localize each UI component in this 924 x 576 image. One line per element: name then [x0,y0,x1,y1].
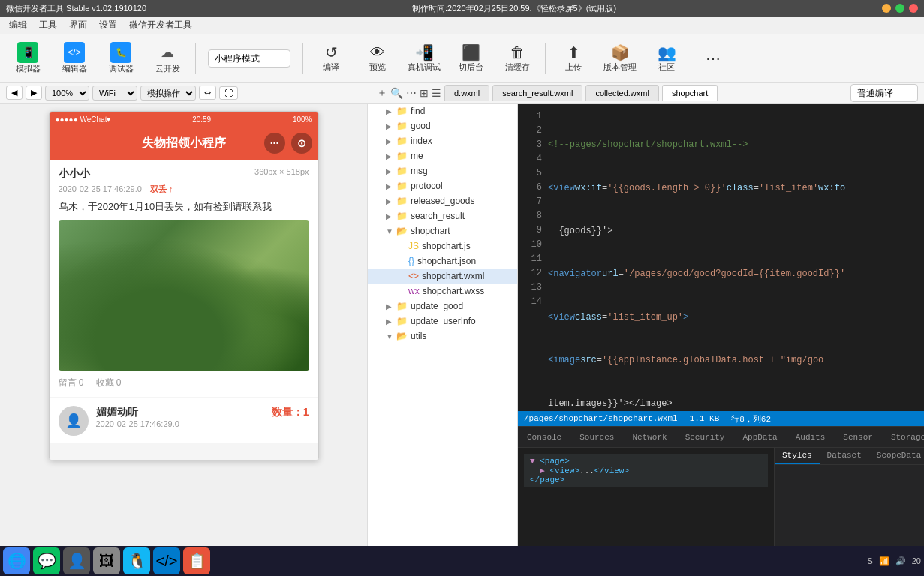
br-tab-styles[interactable]: Styles [775,448,820,464]
taskbar-right: S 📶 🔊 20 [867,556,921,566]
close-button[interactable] [909,4,918,13]
taskbar-code[interactable]: </> [153,548,180,574]
minimize-button[interactable] [882,4,891,13]
br-tab-scopedata[interactable]: ScopeData [869,448,924,464]
editor-area: ▶ 📁 find ▶ 📁 good ▶ 📁 index [368,104,924,576]
ops-select[interactable]: 模拟操作 [140,86,196,100]
tab-d-wxml[interactable]: d.wxml [444,85,489,101]
tree-item-shopchart[interactable]: ▼ 📂 shopchart [368,224,517,238]
clean-button[interactable]: 🗑 清缓存 [495,38,539,80]
toolbar2-right: ＋ 🔍 ⋯ ⊞ ☰ d.wxml search_result.wxml coll… [377,85,841,101]
zoom-select[interactable]: 100% [45,86,89,100]
tree-released-goods-label: released_goods [411,196,474,206]
debug-button[interactable]: 🐛 调试器 [99,38,143,80]
menu-settings[interactable]: 设置 [93,17,123,33]
app-title: 微信开发者工具 Stable v1.02.1910120 [6,3,146,14]
tree-item-shopchart-json[interactable]: {} shopchart.json [368,254,517,268]
tree-item-shopchart-wxml[interactable]: <> shopchart.wxml [368,268,517,284]
tree-item-me[interactable]: ▶ 📁 me [368,148,517,164]
backend-icon: ⬛ [462,44,480,62]
tree-protocol-label: protocol [411,181,443,191]
maximize-button[interactable] [895,4,904,13]
tree-item-find[interactable]: ▶ 📁 find [368,104,517,118]
add-file-icon[interactable]: ＋ [377,86,387,100]
taskbar-qq[interactable]: 🐧 [123,548,150,574]
toolbar-sep3 [545,44,546,74]
tab-appdata[interactable]: AppData [733,427,786,447]
code-line-7: item.images}}'></image> [548,397,918,411]
folder-me-icon: 📁 [396,151,408,161]
tree-item-update-userinfo[interactable]: ▶ 📁 update_userInfo [368,314,517,328]
toolbar2-right-arrow[interactable]: ▶ [26,86,42,100]
arrow-search-result: ▶ [386,212,396,220]
real-debug-button[interactable]: 📲 真机调试 [402,38,446,80]
menu-wechat-devtools[interactable]: 微信开发者工具 [123,17,198,33]
editor-filepath: /pages/shopchart/shopchart.wxml [524,414,678,423]
layout-icon[interactable]: ☰ [432,87,441,99]
tree-item-msg[interactable]: ▶ 📁 msg [368,164,517,178]
toolbar2-left-arrow[interactable]: ◀ [6,86,23,100]
item1-username: 小小小 [59,167,90,181]
preview-button[interactable]: 👁 预览 [356,38,399,80]
resize-btn[interactable]: ⇔ [199,86,216,100]
tree-item-index[interactable]: ▶ 📁 index [368,134,517,148]
nav-close-icon[interactable]: ⊙ [291,133,312,154]
tab-security[interactable]: Security [676,427,734,447]
compile-mode-select[interactable]: 普通编译 [850,84,918,102]
item2-name: 媚媚动听 [96,406,138,419]
menu-interface[interactable]: 界面 [63,17,93,33]
tree-shopchart-json-label: shopchart.json [417,256,476,266]
cloud-button[interactable]: ☁ 云开发 [146,38,189,80]
more-tab-icon[interactable]: ⋯ [406,87,417,99]
tree-item-update-good[interactable]: ▶ 📁 update_good [368,298,517,314]
editor-button[interactable]: </> 编辑器 [53,38,96,80]
arrow-good: ▶ [386,122,396,130]
split-icon[interactable]: ⊞ [420,87,429,99]
taskbar-gallery[interactable]: 🖼 [93,548,120,574]
expand-btn[interactable]: ⛶ [219,86,238,100]
upload-button[interactable]: ⬆ 上传 [552,38,595,80]
code-content[interactable]: <!--pages/shopchart/shopchart.wxml--> <v… [545,104,924,411]
tab-sensor[interactable]: Sensor [834,427,882,447]
tab-search-result-wxml[interactable]: search_result.wxml [492,85,582,101]
tree-item-released-goods[interactable]: ▶ 📁 released_goods [368,194,517,208]
taskbar-capture[interactable]: 📋 [183,548,210,574]
tree-item-utils[interactable]: ▼ 📂 utils [368,328,517,344]
tab-shopchart[interactable]: shopchart [662,85,718,101]
tab-audits[interactable]: Audits [787,427,835,447]
wifi-select[interactable]: WiFi [92,86,137,100]
tree-item-shopchart-wxss[interactable]: wx shopchart.wxss [368,284,517,298]
tab-sources[interactable]: Sources [570,427,623,447]
simulator-button[interactable]: 📱 模拟器 [6,38,50,80]
list-item-2[interactable]: 👤 媚媚动听 数量：1 2020-02-25 17:46:29.0 [50,398,318,443]
nav-dots-icon[interactable]: ··· [264,133,285,154]
br-tab-dataset[interactable]: Dataset [820,448,869,464]
menu-tools[interactable]: 工具 [33,17,63,33]
taskbar-wechat[interactable]: 💬 [33,548,60,574]
compile-button[interactable]: ↺ 编译 [309,38,353,80]
community-button[interactable]: 👥 社区 [645,38,688,80]
mode-select[interactable]: 小程序模式 [208,50,290,68]
toolbar-sep1 [195,44,196,74]
list-item-1[interactable]: 小小小 360px × 518px 2020-02-25 17:46:29.0 … [50,160,318,397]
item1-size: 360px × 518px [254,167,309,181]
taskbar-chrome[interactable]: 🌐 [3,548,30,574]
tab-collected-wxml[interactable]: collected.wxml [585,85,659,101]
menu-edit[interactable]: 编辑 [3,17,33,33]
search-icon[interactable]: 🔍 [390,87,403,99]
cloud-label: 云开发 [155,63,180,74]
backend-button[interactable]: ⬛ 切后台 [449,38,492,80]
tree-item-protocol[interactable]: ▶ 📁 protocol [368,178,517,194]
folder-find-icon: 📁 [396,106,408,116]
more-button[interactable]: ⋯ [691,38,735,80]
tab-network[interactable]: Network [623,427,676,447]
version-button[interactable]: 📦 版本管理 [598,38,642,80]
taskbar-user[interactable]: 👤 [63,548,90,574]
tab-console[interactable]: Console [518,427,570,447]
tree-item-good[interactable]: ▶ 📁 good [368,118,517,134]
arrow-shopchart: ▼ [386,227,396,236]
tree-item-search-result[interactable]: ▶ 📁 search_result [368,208,517,224]
tab-storage[interactable]: Storage [882,427,924,447]
code-area[interactable]: 1 2 3 4 5 6 7 8 9 10 11 12 13 14 [518,104,924,411]
tree-item-shopchart-js[interactable]: JS shopchart.js [368,238,517,254]
